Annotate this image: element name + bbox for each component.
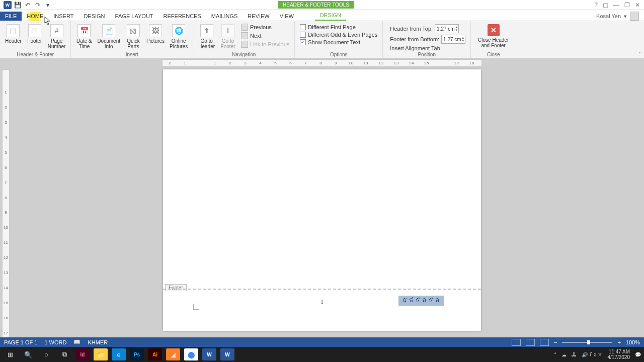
pictures-button[interactable]: 🖼Pictures [144,22,167,44]
ribbon: ▤Header ▤Footer #Page Number Header & Fo… [0,21,644,58]
different-first-page-checkbox[interactable]: Different First Page [300,24,377,30]
checkbox-icon [300,24,306,30]
status-page[interactable]: PAGE 1 OF 1 [4,339,37,345]
app-orange-icon[interactable]: ◢ [166,348,180,360]
group-options: Different First Page Different Odd & Eve… [295,21,383,58]
edge-icon[interactable]: e [112,348,126,360]
tab-insert[interactable]: INSERT [48,12,78,21]
alignment-mark [193,304,199,310]
illustrator-icon[interactable]: Ai [148,348,162,360]
header-from-top-input[interactable]: 1.27 cm▲▼ [435,24,459,33]
footer-from-bottom-input[interactable]: 1.27 cm▲▼ [441,35,465,44]
spinner-icon[interactable]: ▲▼ [461,36,464,42]
tray-volume-icon[interactable]: 🔊 [582,352,588,357]
goto-header-button[interactable]: ⬆Go to Header [196,22,217,49]
footer-button[interactable]: ▤Footer [25,22,45,44]
status-language[interactable]: KHMER [88,339,108,345]
collapse-ribbon-icon[interactable]: ˄ [638,51,641,57]
page-number-button[interactable]: #Page Number [46,22,68,49]
vertical-ruler[interactable]: 1234567891011121314151617 [2,69,10,341]
cortana-icon[interactable]: ○ [39,348,53,360]
tab-page-layout[interactable]: PAGE LAYOUT [110,12,158,21]
chrome-icon[interactable]: ⬤ [184,348,198,360]
windows-taskbar: ⊞ 🔍 ○ ⧉ Id 📁 e Ps Ai ◢ ⬤ W W ˄ ☁ 🖧 🔊 ខ្ម… [0,347,644,362]
tab-review[interactable]: REVIEW [243,12,274,21]
qat-customize-icon[interactable]: ▾ [43,1,52,10]
file-explorer-icon[interactable]: 📁 [94,348,108,360]
start-button[interactable]: ⊞ [3,348,17,360]
header-button[interactable]: ▤Header [3,22,24,44]
goto-footer-button[interactable]: ⬇Go to Footer [218,22,238,49]
next-button[interactable]: Next [239,32,291,40]
zoom-in-icon[interactable]: + [617,339,620,345]
tab-header-footer-design[interactable]: DESIGN [315,11,346,21]
next-icon [241,32,248,39]
user-account[interactable]: Kosal Yen ▾ [596,12,644,21]
tray-network-icon[interactable]: 🖧 [572,352,577,357]
tab-file[interactable]: FILE [0,12,22,21]
document-info-button[interactable]: 📄Document Info [95,22,122,49]
pictures-icon: 🖼 [149,24,162,37]
tray-chevron-icon[interactable]: ˄ [554,352,556,357]
help-icon[interactable]: ? [594,2,598,9]
notifications-icon[interactable]: 💬 [635,352,641,357]
tab-home[interactable]: HOME [22,12,48,21]
web-layout-icon[interactable] [540,339,549,346]
document-page[interactable]: Footer 1 ជថថជថជ [163,69,481,331]
footer-page-number[interactable]: 1 [320,299,324,305]
spinner-icon[interactable]: ▲▼ [455,26,458,32]
calendar-icon: 📅 [77,24,91,37]
zoom-out-icon[interactable]: − [554,339,557,345]
minimize-icon[interactable]: — [613,2,619,9]
zoom-thumb[interactable] [587,340,590,344]
user-name: Kosal Yen [596,13,621,19]
zoom-level[interactable]: 100% [626,339,640,345]
window-controls: ? ▢ — ❐ ✕ [594,2,644,9]
footer-right-selected-text[interactable]: ជថថជថជ [398,296,444,306]
word-taskbar-icon[interactable]: W [202,348,216,360]
word-app-icon[interactable]: W [3,1,12,10]
checkbox-icon [300,32,306,38]
restore-icon[interactable]: ❐ [624,2,630,9]
previous-button[interactable]: Previous [239,23,291,31]
tab-references[interactable]: REFERENCES [158,12,206,21]
horizontal-ruler[interactable]: 211234567891011121314151718 [162,59,482,67]
status-word-count[interactable]: 1 WORD [44,339,66,345]
undo-icon[interactable]: ↶ [23,1,32,10]
close-header-footer-button[interactable]: ✕ Close Header and Footer [474,22,513,48]
print-layout-icon[interactable] [526,339,535,346]
tab-mailings[interactable]: MAILINGS [206,12,243,21]
photoshop-icon[interactable]: Ps [130,348,144,360]
group-navigation: ⬆Go to Header ⬇Go to Footer Previous Nex… [193,21,295,58]
tray-ime-icon[interactable]: ខ្មែ [593,352,603,357]
title-bar: W 💾 ↶ ↷ ▾ Document8 - Word HEADER & FOOT… [0,0,644,10]
online-pictures-icon: 🌐 [172,24,185,37]
different-odd-even-checkbox[interactable]: Different Odd & Even Pages [300,32,377,38]
read-mode-icon[interactable] [512,339,521,346]
zoom-slider[interactable] [562,342,612,343]
tab-view[interactable]: VIEW [275,12,299,21]
date-time-button[interactable]: 📅Date & Time [74,22,94,49]
system-tray: ˄ ☁ 🖧 🔊 ខ្មែ 11:47 AM 4/17/2020 💬 [554,349,641,360]
show-document-text-checkbox[interactable]: ✓Show Document Text [300,39,377,45]
clock[interactable]: 11:47 AM 4/17/2020 [608,349,630,360]
insert-alignment-tab-button[interactable]: Insert Alignment Tab [388,45,465,51]
ribbon-display-icon[interactable]: ▢ [603,2,608,9]
save-icon[interactable]: 💾 [13,1,22,10]
tray-cloud-icon[interactable]: ☁ [561,352,567,357]
document-info-icon: 📄 [102,24,115,37]
task-view-icon[interactable]: ⧉ [57,348,71,360]
indesign-icon[interactable]: Id [75,348,90,360]
tab-design[interactable]: DESIGN [78,12,110,21]
goto-header-icon: ⬆ [200,24,213,37]
word-taskbar-icon-2[interactable]: W [220,348,234,360]
footer-from-bottom-row: Footer from Bottom: 1.27 cm▲▼ [388,35,465,44]
search-icon[interactable]: 🔍 [21,348,35,360]
redo-icon[interactable]: ↷ [33,1,42,10]
close-window-icon[interactable]: ✕ [635,2,640,9]
header-icon: ▤ [7,24,20,37]
status-spell-icon[interactable]: 📖 [73,339,80,345]
quick-parts-button[interactable]: ▧Quick Parts [123,22,143,49]
online-pictures-button[interactable]: 🌐Online Pictures [168,22,190,49]
contextual-tab-label: HEADER & FOOTER TOOLS [278,1,354,9]
